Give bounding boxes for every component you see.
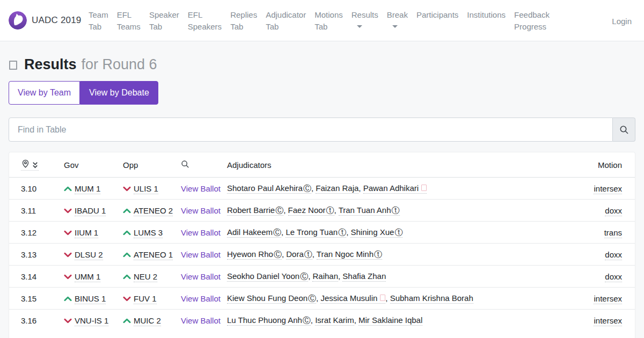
team-name[interactable]: BINUS 1 (75, 294, 106, 304)
map-pin-icon (21, 159, 30, 169)
nav-item-replies-tab[interactable]: Replies Tab (226, 9, 261, 33)
nav-item-results[interactable]: Results (347, 9, 383, 28)
adjudicator-name[interactable]: Pawan Adhikari (363, 183, 427, 194)
adjudicator-name[interactable]: Shining Xueⓣ (350, 227, 402, 238)
view-ballot-link[interactable]: View Ballot (181, 228, 221, 237)
adjudicator-name[interactable]: Jessica Musulin (320, 293, 385, 304)
view-ballot-link[interactable]: View Ballot (181, 206, 221, 215)
view-ballot-link[interactable]: View Ballot (181, 184, 221, 193)
adjudicator-name[interactable]: Robert BarrieⒸ (227, 205, 283, 216)
motion-column-header: Motion (570, 152, 635, 178)
view-by-debate-button[interactable]: View by Debate (80, 81, 158, 105)
adjudicator-name[interactable]: Subham Krishna Borah (390, 293, 473, 304)
table-row: 3.16 VNU-IS 1 MUIC 2 View Ballot Lu Thuc… (9, 310, 635, 332)
nav-item-efl-teams[interactable]: EFL Teams (113, 9, 145, 33)
motion-keyword[interactable]: trans (604, 228, 622, 238)
team-name[interactable]: FUV 1 (134, 294, 157, 304)
missing-emoji-icon (9, 61, 17, 70)
chevron-down-icon (64, 274, 72, 280)
team-name[interactable]: UMM 1 (75, 272, 100, 282)
adjudicator-name[interactable]: Tran Ngoc Minhⓣ (317, 249, 382, 260)
adjudicator-name[interactable]: Hyewon RhoⒸ (227, 249, 282, 260)
search-input[interactable] (9, 117, 613, 142)
nav-item-institutions[interactable]: Institutions (463, 9, 510, 21)
team-name[interactable]: NEU 2 (134, 272, 157, 282)
adjudicators-cell: Adil HakeemⒸ, Le Trong Tuanⓣ, Shining Xu… (227, 222, 570, 244)
team-name[interactable]: MUM 1 (75, 184, 100, 194)
chair-badge: Ⓒ (300, 271, 308, 281)
table-row: 3.10 MUM 1 ULIS 1 View Ballot Shotaro Pa… (9, 178, 635, 200)
page-title-text: Results (24, 55, 77, 74)
opp-cell: MUIC 2 (123, 310, 181, 332)
chevron-down-icon (64, 318, 72, 324)
chevron-up-icon (64, 296, 72, 302)
motion-cell: doxx (570, 266, 635, 288)
adjudicator-name[interactable]: Raihan (312, 271, 338, 282)
chevron-down-icon (123, 296, 131, 302)
trainee-badge: ⓣ (338, 227, 346, 237)
sort-icon (32, 161, 39, 169)
venue-cell: 3.14 (9, 266, 64, 288)
adjudicator-name[interactable]: Adil HakeemⒸ (227, 227, 281, 238)
team-name[interactable]: ULIS 1 (134, 184, 158, 194)
motion-keyword[interactable]: intersex (594, 294, 622, 304)
nav-item-efl-speakers[interactable]: EFL Speakers (184, 9, 226, 33)
view-ballot-link[interactable]: View Ballot (181, 316, 221, 325)
motion-keyword[interactable]: intersex (594, 184, 622, 194)
chevron-down-icon (64, 208, 72, 214)
motion-keyword[interactable]: intersex (594, 316, 622, 326)
venue-column-header[interactable] (9, 152, 64, 178)
team-name[interactable]: DLSU 2 (75, 250, 103, 260)
ballot-cell: View Ballot (181, 200, 227, 222)
chair-badge: Ⓒ (303, 183, 311, 193)
search-button[interactable] (613, 117, 635, 142)
adjudicator-name[interactable]: Seokho Daniel YoonⒸ (227, 271, 308, 282)
adjudicator-name[interactable]: Doraⓣ (286, 249, 312, 260)
adjudicator-name[interactable]: Shotaro Paul AkehiraⒸ (227, 183, 311, 194)
adjudicator-name[interactable]: Tran Tuan Anhⓣ (339, 205, 400, 216)
nav-item-participants[interactable]: Participants (412, 9, 463, 21)
results-tbody: 3.10 MUM 1 ULIS 1 View Ballot Shotaro Pa… (9, 178, 635, 332)
view-ballot-link[interactable]: View Ballot (181, 250, 221, 259)
nav-item-team-tab[interactable]: Team Tab (84, 9, 113, 33)
nav-item-break[interactable]: Break (383, 9, 412, 28)
motion-cell: intersex (570, 310, 635, 332)
adjudicator-name[interactable]: Lu Thuc Phuong AnhⒸ (227, 315, 311, 326)
team-name[interactable]: VNU-IS 1 (75, 316, 108, 326)
team-name[interactable]: IIUM 1 (75, 228, 98, 238)
team-name[interactable]: ATENEO 2 (134, 206, 173, 216)
view-by-team-button[interactable]: View by Team (9, 81, 80, 105)
motion-keyword[interactable]: doxx (605, 206, 622, 216)
trainee-badge: ⓣ (304, 249, 312, 259)
adjudicators-cell: Shotaro Paul AkehiraⒸ, Faizan Raja, Pawa… (227, 178, 570, 200)
view-ballot-link[interactable]: View Ballot (181, 272, 221, 281)
top-navbar: UADC 2019 Team TabEFL TeamsSpeaker TabEF… (0, 0, 644, 41)
opp-cell: ATENEO 1 (123, 244, 181, 266)
team-name[interactable]: LUMS 3 (134, 228, 163, 238)
motion-keyword[interactable]: doxx (605, 272, 622, 282)
nav-item-adjudicator-tab[interactable]: Adjudicator Tab (261, 9, 310, 33)
page-subtitle: for Round 6 (82, 55, 157, 74)
login-link[interactable]: Login (612, 16, 632, 27)
adjudicator-name[interactable]: Israt Karim (315, 315, 354, 326)
team-name[interactable]: MUIC 2 (134, 316, 161, 326)
team-name[interactable]: IBADU 1 (75, 206, 106, 216)
gov-cell: UMM 1 (64, 266, 123, 288)
adjudicator-name[interactable]: Faizan Raja (316, 183, 358, 194)
view-toggle: View by Team View by Debate (9, 81, 158, 105)
chevron-up-icon (64, 186, 72, 192)
view-ballot-link[interactable]: View Ballot (181, 294, 221, 303)
adjudicator-name[interactable]: Le Trong Tuanⓣ (286, 227, 346, 238)
venue-cell: 3.11 (9, 200, 64, 222)
adjudicator-name[interactable]: Faez Noorⓣ (288, 205, 334, 216)
motion-keyword[interactable]: doxx (605, 250, 622, 260)
brand[interactable]: UADC 2019 (9, 11, 82, 30)
adjudicator-name[interactable]: Kiew Shou Fung DeonⒸ (227, 293, 316, 304)
chair-badge: Ⓒ (274, 249, 282, 259)
nav-item-motions-tab[interactable]: Motions Tab (310, 9, 347, 33)
team-name[interactable]: ATENEO 1 (134, 250, 173, 260)
adjudicator-name[interactable]: Mir Saklaine Iqbal (358, 315, 422, 326)
nav-item-feedback-progress[interactable]: Feedback Progress (510, 9, 554, 33)
nav-item-speaker-tab[interactable]: Speaker Tab (145, 9, 184, 33)
adjudicator-name[interactable]: Shafia Zhan (342, 271, 386, 282)
